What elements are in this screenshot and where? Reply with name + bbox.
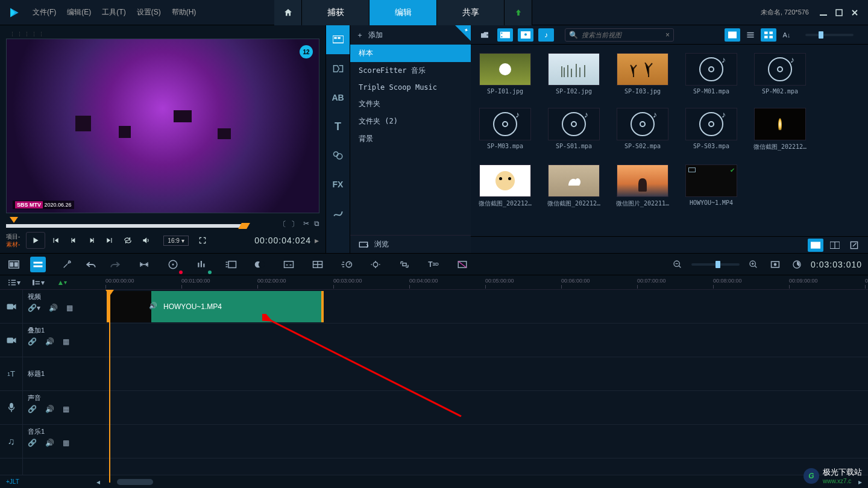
mask-icon[interactable]	[252, 257, 268, 272]
tab-capture[interactable]: 捕获	[302, 0, 370, 25]
speed-icon[interactable]	[339, 257, 354, 272]
media-item[interactable]: ♪SP-S02.mpa	[617, 108, 668, 151]
mute-icon[interactable]: 🔊	[49, 304, 58, 312]
menu-file[interactable]: 文件(F)	[33, 7, 56, 17]
prev-frame-button[interactable]	[66, 233, 81, 248]
pan-zoom-icon[interactable]	[397, 257, 412, 272]
library-search[interactable]: 🔍 ×	[565, 28, 674, 42]
media-item[interactable]: SP-I02.jpg	[548, 53, 600, 95]
media-item[interactable]: 微信截图_202212…	[479, 164, 531, 208]
track-icon-music[interactable]: ♫	[0, 425, 22, 458]
close-button[interactable]	[850, 8, 860, 17]
track-header-voice[interactable]: 声音 🔗🔊▦	[23, 391, 105, 425]
mark-in-icon[interactable]: 〔	[279, 219, 286, 230]
graphics-tab-icon[interactable]	[326, 141, 350, 170]
fx-icon[interactable]: ▦	[66, 304, 73, 312]
media-item[interactable]: 微信图片_202211…	[617, 164, 668, 208]
h-scrollbar[interactable]	[117, 479, 153, 485]
tree-item-bg[interactable]: 背景	[350, 130, 471, 148]
split-icon[interactable]: ✂	[303, 219, 309, 230]
track-list-icon[interactable]: ▾	[6, 275, 22, 290]
playhead-icon[interactable]	[105, 290, 114, 296]
filter-photo-icon[interactable]	[518, 28, 533, 42]
multiview-icon[interactable]	[310, 257, 326, 272]
fullscreen-button[interactable]	[195, 233, 210, 248]
track-header-overlay[interactable]: 叠加1 🔗🔊▦	[23, 324, 105, 357]
record-icon[interactable]	[136, 257, 152, 272]
track-icon-voice[interactable]	[0, 391, 22, 425]
filter-audio-icon[interactable]: ♪	[538, 28, 554, 42]
view-list-icon[interactable]	[743, 28, 758, 42]
marker-up-icon[interactable]: ▲▾	[54, 275, 70, 290]
track-header-music[interactable]: 音乐1 🔗🔊▦	[23, 425, 105, 458]
playhead-line[interactable]	[109, 290, 110, 483]
goto-start-button[interactable]	[48, 233, 63, 248]
duration-icon[interactable]	[789, 257, 805, 272]
tree-item-triplescoop[interactable]: Triple Scoop Music	[350, 80, 471, 95]
fx-icon[interactable]: ▦	[63, 337, 69, 346]
media-tab-icon[interactable]	[326, 25, 350, 54]
filter-tab-icon[interactable]: AB	[326, 83, 350, 112]
audio-mixer-icon[interactable]	[194, 257, 210, 272]
home-button[interactable]	[274, 0, 302, 25]
chroma-icon[interactable]	[454, 257, 470, 272]
link-icon[interactable]: 🔗	[28, 439, 37, 447]
subtitle-icon[interactable]	[281, 257, 297, 272]
search-input[interactable]	[582, 31, 665, 39]
maximize-button[interactable]	[834, 8, 844, 17]
track-header-video[interactable]: 视频 🔗▾🔊▦	[23, 290, 105, 324]
mute-icon[interactable]: 🔊	[45, 337, 54, 346]
filter-video-icon[interactable]	[497, 28, 513, 42]
media-item[interactable]: ♪SP-M01.mpa	[685, 53, 737, 95]
zoom-out-icon[interactable]	[670, 257, 685, 272]
media-item[interactable]: ♪SP-S03.mpa	[685, 108, 737, 151]
next-frame-button[interactable]	[84, 233, 99, 248]
transition-tab-icon[interactable]	[326, 54, 350, 83]
thumb-size-slider[interactable]	[805, 34, 854, 36]
seek-marker-icon[interactable]	[10, 217, 18, 223]
view-grid-icon[interactable]	[761, 28, 776, 42]
media-item[interactable]: ♪SP-S01.mpa	[548, 108, 600, 151]
clear-search-icon[interactable]: ×	[665, 31, 670, 39]
import-icon[interactable]	[477, 28, 492, 42]
menu-tools[interactable]: 工具(T)	[102, 7, 125, 17]
redo-icon[interactable]	[107, 257, 123, 272]
stabilize-icon[interactable]	[368, 257, 383, 272]
media-item[interactable]: 微信截图_202212…	[548, 164, 600, 208]
volume-button[interactable]	[138, 233, 154, 248]
mute-icon[interactable]: 🔊	[45, 439, 54, 447]
media-item[interactable]: ♪SP-M03.mpa	[479, 108, 531, 151]
menu-help[interactable]: 帮助(H)	[172, 7, 197, 17]
track-header-title[interactable]: 标题1	[23, 357, 105, 391]
media-item[interactable]: ♪SP-M02.mpa	[754, 53, 806, 95]
fx-icon[interactable]: ▦	[63, 405, 69, 413]
media-item[interactable]: SP-I01.jpg	[479, 53, 531, 95]
timeline-view-icon[interactable]	[30, 257, 46, 272]
panel-options-icon[interactable]	[827, 239, 843, 252]
media-item[interactable]: 微信截图_202212…	[754, 108, 806, 151]
fx-tab-icon[interactable]: FX	[326, 170, 350, 199]
play-button[interactable]	[26, 232, 45, 249]
preview-timecode[interactable]: 00:00:04:024▸	[254, 236, 319, 245]
snapshot-icon[interactable]: ⧉	[314, 219, 319, 230]
title-tab-icon[interactable]: T	[326, 112, 350, 141]
minimize-button[interactable]	[819, 8, 828, 17]
undo-icon[interactable]	[83, 257, 99, 272]
aspect-ratio-button[interactable]: 16:9 ▾	[163, 236, 188, 246]
loop-button[interactable]	[120, 233, 136, 248]
tools-icon[interactable]	[59, 257, 75, 272]
track-icon-title[interactable]: 1T	[0, 357, 22, 391]
tree-item-sample[interactable]: 样本	[350, 45, 471, 62]
browse-button[interactable]: 浏览	[350, 235, 471, 253]
track-body[interactable]: 🔊 HOWYOU~1.MP4	[105, 290, 868, 475]
menu-edit[interactable]: 编辑(E)	[67, 7, 91, 17]
path-tab-icon[interactable]	[326, 199, 350, 228]
track-icon-overlay[interactable]	[0, 324, 22, 357]
timeline-timecode[interactable]: 0:03:03:010	[811, 260, 862, 269]
link-icon[interactable]: 🔗	[28, 337, 37, 346]
link-icon[interactable]: 🔗▾	[28, 304, 40, 312]
preview-seekbar[interactable]: 〔 〕 ✂ ⧉	[6, 217, 319, 229]
mark-out-icon[interactable]: 〕	[291, 219, 298, 230]
media-item[interactable]: SP-I03.jpg	[617, 53, 668, 95]
goto-end-button[interactable]	[102, 233, 118, 248]
